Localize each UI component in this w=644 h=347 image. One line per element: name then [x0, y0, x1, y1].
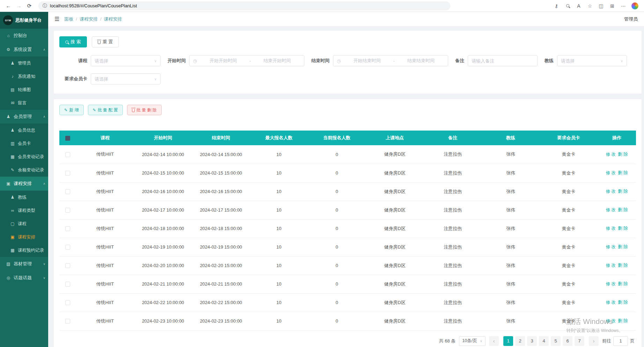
info-icon[interactable]: ⓘ: [43, 3, 47, 9]
edit-link[interactable]: 修 改: [606, 207, 616, 212]
sidebar-subitem[interactable]: ✎余额变动记录: [0, 163, 48, 177]
delete-link[interactable]: 删 除: [618, 152, 628, 157]
page-button[interactable]: 4: [539, 336, 549, 346]
sidebar-item[interactable]: ⌂控制台: [0, 29, 48, 43]
batch-config-button[interactable]: ✎批 量 配 置: [88, 105, 123, 115]
split-screen-icon[interactable]: ◫: [598, 3, 604, 9]
page-button[interactable]: 6: [563, 336, 572, 346]
sidebar-item[interactable]: ⚙系统设置∧: [0, 43, 48, 57]
delete-link[interactable]: 删 除: [618, 244, 628, 249]
page-button[interactable]: 7: [575, 336, 584, 346]
search-icon[interactable]: [564, 3, 571, 9]
sidebar-item[interactable]: ▧器材管理∨: [0, 257, 48, 271]
end-time-to-placeholder[interactable]: 结束结束时间: [398, 58, 444, 64]
sidebar-subitem[interactable]: ▦课程预约记录: [0, 244, 48, 257]
page-button[interactable]: 1: [503, 336, 513, 346]
course-select[interactable]: ∨: [91, 55, 161, 66]
edit-link[interactable]: 修 改: [606, 170, 616, 175]
sidebar-subitem[interactable]: ♪系统通知: [0, 70, 48, 83]
goto-page-input[interactable]: [613, 336, 628, 346]
back-icon[interactable]: ←: [4, 2, 13, 10]
sidebar-subitem[interactable]: ✉留言: [0, 96, 48, 110]
row-checkbox[interactable]: [65, 171, 70, 176]
sidebar-subitem[interactable]: ▢课程: [0, 217, 48, 230]
delete-link[interactable]: 删 除: [618, 281, 628, 286]
member-card-select[interactable]: ∨: [91, 73, 161, 84]
row-checkbox[interactable]: [65, 189, 70, 194]
page-size-select[interactable]: 10条/页∨: [459, 336, 486, 346]
cell-coach: 张伟: [482, 275, 540, 293]
select-all-checkbox[interactable]: [65, 136, 70, 141]
end-time-from-placeholder[interactable]: 开始结束时间: [343, 58, 390, 64]
sidebar-subitem[interactable]: ♟管理员: [0, 57, 48, 70]
row-checkbox[interactable]: [65, 263, 70, 268]
sidebar-subitem[interactable]: ♟会员信息: [0, 124, 48, 137]
page-button[interactable]: 3: [527, 336, 537, 346]
page-button[interactable]: 2: [515, 336, 525, 346]
delete-link[interactable]: 删 除: [618, 318, 628, 323]
member-card-select-input[interactable]: [95, 76, 154, 82]
next-page-button[interactable]: ›: [589, 336, 599, 346]
forward-icon[interactable]: →: [15, 2, 23, 10]
collapse-sidebar-icon[interactable]: ☰: [54, 16, 59, 22]
edit-link[interactable]: 修 改: [606, 263, 616, 268]
row-checkbox[interactable]: [65, 300, 70, 305]
row-checkbox[interactable]: [65, 226, 70, 231]
edit-link[interactable]: 修 改: [606, 300, 616, 305]
batch-delete-button[interactable]: 批 量 删 除: [127, 105, 162, 115]
edit-link[interactable]: 修 改: [606, 152, 616, 157]
edit-link[interactable]: 修 改: [606, 281, 616, 286]
start-time-from-placeholder[interactable]: 开始开始时间: [200, 58, 246, 64]
row-checkbox[interactable]: [65, 319, 70, 324]
delete-link[interactable]: 删 除: [618, 263, 628, 268]
sidebar-subitem[interactable]: ▤轮播图: [0, 83, 48, 96]
row-checkbox[interactable]: [65, 282, 70, 287]
edit-link[interactable]: 修 改: [606, 226, 616, 231]
page-button[interactable]: 5: [551, 336, 561, 346]
sidebar-subitem[interactable]: ▥会员卡: [0, 137, 48, 150]
collections-icon[interactable]: ⊞: [609, 3, 615, 9]
row-checkbox[interactable]: [65, 152, 70, 157]
delete-link[interactable]: 删 除: [618, 300, 628, 305]
address-bar[interactable]: ⓘ localhost:9528/#/CousePlan/CousePlanLi…: [38, 1, 450, 10]
profile-avatar[interactable]: [631, 2, 638, 9]
sidebar-subitem[interactable]: ∞课程类型: [0, 204, 48, 217]
breadcrumb-item[interactable]: 课程安排: [80, 16, 98, 22]
password-icon[interactable]: ⚷: [553, 3, 560, 9]
row-checkbox[interactable]: [65, 208, 70, 213]
start-time-range-picker[interactable]: ◷ 开始开始时间 - 结束开始时间: [189, 55, 304, 66]
note-input[interactable]: [472, 58, 534, 64]
sidebar-item[interactable]: ◎话题话题∨: [0, 271, 48, 285]
row-checkbox[interactable]: [65, 245, 70, 250]
add-button[interactable]: ✎新 增: [59, 105, 84, 115]
refresh-icon[interactable]: ⟳: [25, 2, 34, 10]
delete-link[interactable]: 删 除: [618, 226, 628, 231]
delete-link[interactable]: 删 除: [618, 189, 628, 194]
sidebar-item[interactable]: ♟会员管理∧: [0, 110, 48, 124]
sidebar-subitem[interactable]: ♟教练: [0, 191, 48, 204]
coach-select-input[interactable]: [561, 58, 621, 64]
user-menu[interactable]: 管理员: [624, 16, 638, 22]
edit-link[interactable]: 修 改: [606, 318, 616, 323]
search-button[interactable]: 搜 索: [59, 36, 87, 47]
favorites-icon[interactable]: ☆: [587, 3, 593, 9]
reset-button[interactable]: 重 置: [92, 36, 119, 47]
prev-page-button[interactable]: ‹: [489, 336, 499, 346]
sidebar-item[interactable]: ▣课程安排∧: [0, 177, 48, 191]
delete-link[interactable]: 删 除: [618, 207, 628, 212]
settings-icon[interactable]: ⋯: [620, 3, 627, 9]
coach-select[interactable]: ∨: [557, 55, 627, 66]
end-time-range-picker[interactable]: ◷ 开始结束时间 - 结束结束时间: [333, 55, 448, 66]
record-icon: ▦: [10, 248, 15, 253]
sidebar-subitem[interactable]: ▣课程安排: [0, 230, 48, 244]
delete-link[interactable]: 删 除: [618, 170, 628, 175]
sidebar-item-label: 控制台: [14, 32, 27, 39]
edit-link[interactable]: 修 改: [606, 244, 616, 249]
edit-link[interactable]: 修 改: [606, 189, 616, 194]
course-select-input[interactable]: [95, 58, 154, 64]
sidebar-subitem[interactable]: ▦会员变动记录: [0, 150, 48, 163]
read-aloud-icon[interactable]: A: [576, 3, 582, 9]
breadcrumb-item[interactable]: 面板: [64, 16, 73, 22]
start-time-to-placeholder[interactable]: 结束开始时间: [254, 58, 301, 64]
breadcrumb-item[interactable]: 课程安排: [104, 16, 122, 22]
